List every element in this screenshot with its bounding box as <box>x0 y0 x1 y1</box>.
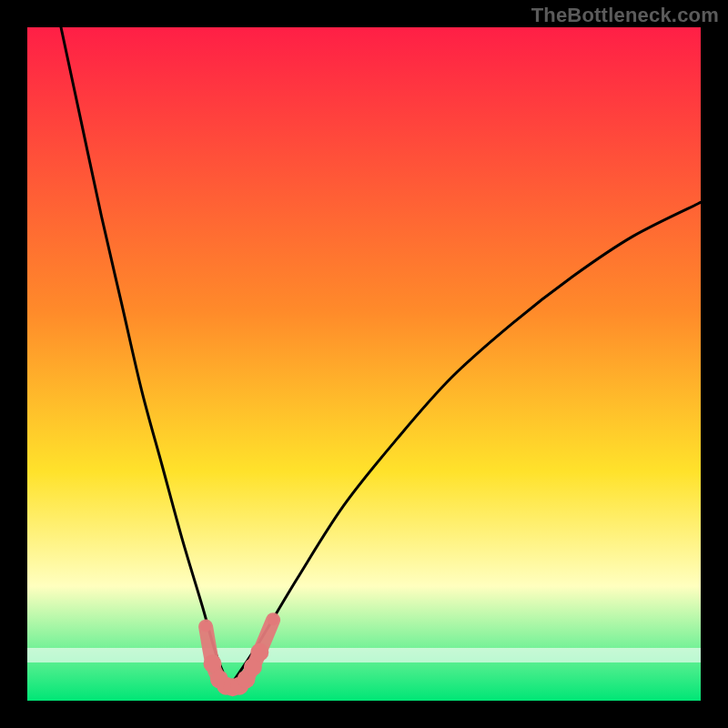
plot-area <box>27 27 701 701</box>
marker-dot <box>268 614 278 625</box>
marker-dot <box>204 654 222 672</box>
marker-dot <box>200 622 211 632</box>
marker-dot <box>250 643 268 662</box>
watermark-text: TheBottleneck.com <box>531 4 719 27</box>
chart-stage: TheBottleneck.com <box>0 0 728 728</box>
bottleneck-chart <box>27 27 701 701</box>
gradient-background <box>27 27 701 701</box>
white-band <box>27 648 701 662</box>
